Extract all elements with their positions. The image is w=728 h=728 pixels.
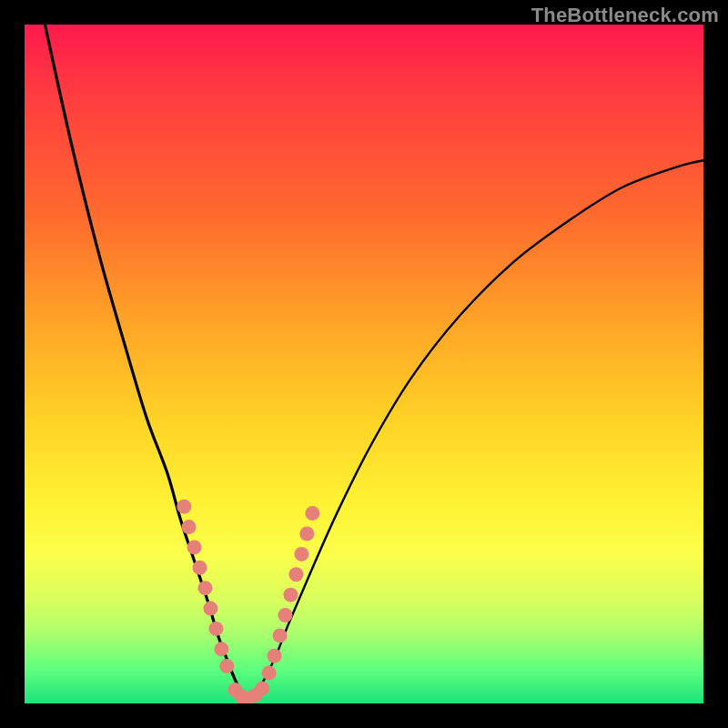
data-dot xyxy=(273,628,288,642)
data-dot xyxy=(208,622,223,636)
data-dot xyxy=(203,602,217,616)
data-dot xyxy=(262,665,277,680)
watermark-text: TheBottleneck.com xyxy=(531,4,719,27)
chart-svg xyxy=(25,25,703,703)
data-dot xyxy=(187,540,202,554)
data-dot xyxy=(255,682,269,696)
curve-left-branch xyxy=(45,25,248,700)
data-dot xyxy=(182,520,197,534)
data-dot xyxy=(294,547,308,561)
data-dot xyxy=(268,649,282,663)
data-dot xyxy=(305,506,319,521)
chart-frame: TheBottleneck.com xyxy=(0,0,728,728)
curve-layer xyxy=(45,25,703,700)
curve-right-branch xyxy=(248,160,703,700)
data-dot xyxy=(283,588,298,602)
data-dot xyxy=(214,642,228,656)
data-dot xyxy=(278,608,292,622)
data-dot xyxy=(219,659,234,673)
data-dot xyxy=(192,561,207,575)
data-dot xyxy=(197,581,212,595)
data-dot xyxy=(288,567,303,581)
data-dot xyxy=(299,527,314,541)
data-dot xyxy=(177,500,191,514)
